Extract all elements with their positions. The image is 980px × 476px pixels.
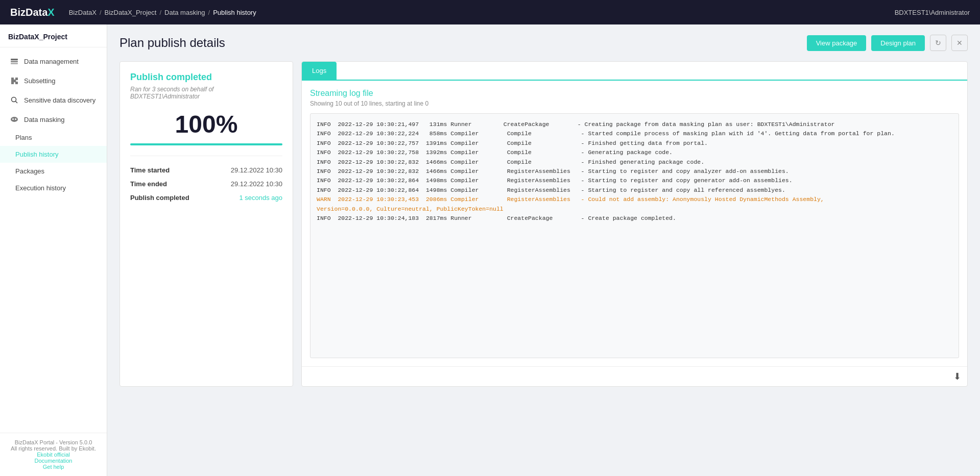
publish-completed-value: 1 seconds ago: [239, 194, 282, 202]
sidebar-item-sensitive-data[interactable]: Sensitive data discovery: [0, 90, 107, 110]
logs-panel-footer: ⬇: [302, 366, 967, 386]
design-plan-button[interactable]: Design plan: [871, 35, 925, 51]
user-info: BDXTEST1\Administrator: [895, 9, 970, 16]
download-icon: ⬇: [953, 371, 961, 382]
sidebar-item-packages[interactable]: Packages: [0, 163, 107, 180]
progress-bar-container: [130, 143, 282, 145]
nav-left: BizDataX BizDataX / BizDataX_Project / D…: [10, 7, 256, 18]
refresh-icon: ↻: [935, 39, 941, 47]
breadcrumb-sep-1: /: [100, 9, 102, 16]
publish-ran-for: Ran for 3 seconds on behalf of BDXTEST1\…: [130, 86, 282, 100]
tab-logs[interactable]: Logs: [302, 62, 337, 80]
panels-container: Publish completed Ran for 3 seconds on b…: [119, 61, 968, 387]
log-line: INFO 2022-12-29 10:30:22,832 1466ms Comp…: [317, 158, 952, 167]
progress-bar-fill: [130, 143, 282, 145]
svg-point-3: [12, 97, 16, 102]
sidebar: BizDataX_Project Data management: [0, 24, 107, 476]
sidebar-sub-item-label: Packages: [15, 167, 44, 175]
breadcrumb-sep-2: /: [159, 9, 161, 16]
breadcrumb-item-1[interactable]: BizDataX: [69, 9, 97, 16]
download-button[interactable]: ⬇: [953, 371, 961, 382]
svg-rect-0: [11, 59, 18, 60]
refresh-button[interactable]: ↻: [930, 35, 946, 51]
svg-line-4: [16, 102, 18, 104]
sidebar-rights: All rights reserved. Built by Ekobit.: [8, 445, 99, 452]
breadcrumb-current: Publish history: [213, 9, 256, 16]
publish-status-title: Publish completed: [130, 72, 282, 83]
time-ended-value: 29.12.2022 10:30: [231, 180, 282, 188]
logs-content: Streaming log file Showing 10 out of 10 …: [302, 81, 967, 366]
svg-point-6: [12, 118, 14, 120]
time-ended-row: Time ended 29.12.2022 10:30: [130, 177, 282, 191]
log-line: INFO 2022-12-29 10:30:22,832 1466ms Comp…: [317, 167, 952, 176]
breadcrumb: BizDataX / BizDataX_Project / Data maski…: [69, 9, 256, 16]
log-line: INFO 2022-12-29 10:30:22,224 858ms Compi…: [317, 129, 952, 138]
sidebar-item-data-masking[interactable]: Data masking: [0, 110, 107, 129]
time-ended-label: Time ended: [130, 180, 167, 188]
progress-number: 100%: [130, 110, 282, 138]
logs-title: Streaming log file: [310, 89, 959, 98]
sidebar-link-documentation[interactable]: Documentation: [8, 458, 99, 464]
sidebar-footer: BizDataX Portal - Version 5.0.0 All righ…: [0, 433, 107, 476]
breadcrumb-item-3[interactable]: Data masking: [164, 9, 205, 16]
svg-rect-2: [11, 63, 18, 64]
sidebar-item-label: Subsetting: [24, 77, 55, 85]
log-line: INFO 2022-12-29 10:30:21,497 131ms Runne…: [317, 120, 952, 129]
time-started-label: Time started: [130, 166, 170, 174]
svg-point-5: [11, 117, 18, 122]
logo-text: BizDataX: [10, 7, 55, 18]
mask-icon: [10, 115, 19, 124]
close-icon: ✕: [957, 39, 963, 47]
sidebar-item-label: Data masking: [24, 116, 64, 123]
sidebar-link-help[interactable]: Get help: [8, 464, 99, 470]
sidebar-item-label: Sensitive data discovery: [24, 96, 95, 104]
log-line: INFO 2022-12-29 10:30:22,864 1498ms Comp…: [317, 186, 952, 195]
log-line: INFO 2022-12-29 10:30:22,758 1392ms Comp…: [317, 148, 952, 157]
log-line: INFO 2022-12-29 10:30:24,183 2817ms Runn…: [317, 214, 952, 223]
sidebar-item-data-management[interactable]: Data management: [0, 52, 107, 71]
publish-completed-row: Publish completed 1 seconds ago: [130, 191, 282, 205]
sidebar-link-ekobit[interactable]: Ekobit official: [8, 452, 99, 458]
svg-rect-1: [11, 61, 18, 62]
svg-point-7: [15, 118, 16, 120]
sidebar-version: BizDataX Portal - Version 5.0.0: [8, 439, 99, 445]
publish-completed-label: Publish completed: [130, 194, 189, 202]
log-area[interactable]: INFO 2022-12-29 10:30:21,497 131ms Runne…: [310, 113, 959, 358]
sidebar-item-label: Data management: [24, 58, 79, 65]
sidebar-item-publish-history[interactable]: Publish history: [0, 146, 107, 163]
page-title: Plan publish details: [119, 36, 225, 50]
layers-icon: [10, 57, 19, 66]
log-line: WARN 2022-12-29 10:30:23,453 2086ms Comp…: [317, 195, 952, 214]
time-started-row: Time started 29.12.2022 10:30: [130, 163, 282, 177]
log-line: INFO 2022-12-29 10:30:22,757 1391ms Comp…: [317, 139, 952, 148]
top-navigation: BizDataX BizDataX / BizDataX_Project / D…: [0, 0, 980, 24]
breadcrumb-sep-3: /: [208, 9, 210, 16]
logs-subtitle: Showing 10 out of 10 lines, starting at …: [310, 100, 959, 107]
puzzle-icon: [10, 76, 19, 85]
sidebar-sub-item-label: Publish history: [15, 151, 59, 158]
breadcrumb-item-2[interactable]: BizDataX_Project: [105, 9, 157, 16]
page-header: Plan publish details View package Design…: [119, 35, 968, 51]
time-started-value: 29.12.2022 10:30: [231, 166, 282, 174]
header-actions: View package Design plan ↻ ✕: [807, 35, 968, 51]
logs-panel: Logs Streaming log file Showing 10 out o…: [301, 61, 968, 387]
sidebar-project: BizDataX_Project: [0, 24, 107, 47]
search-icon: [10, 95, 19, 105]
main-content: Plan publish details View package Design…: [107, 24, 980, 476]
publish-details: Time started 29.12.2022 10:30 Time ended…: [130, 156, 282, 205]
logo[interactable]: BizDataX: [10, 7, 55, 18]
sidebar-item-plans[interactable]: Plans: [0, 129, 107, 146]
sidebar-sub-item-label: Execution history: [15, 184, 66, 192]
sidebar-sub-item-label: Plans: [15, 134, 32, 141]
sidebar-item-subsetting[interactable]: Subsetting: [0, 71, 107, 90]
log-line: INFO 2022-12-29 10:30:22,864 1498ms Comp…: [317, 176, 952, 185]
main-layout: BizDataX_Project Data management: [0, 24, 980, 476]
logs-tabs: Logs: [302, 62, 967, 81]
sidebar-nav: Data management Subsetting Sensitiv: [0, 47, 107, 433]
view-package-button[interactable]: View package: [807, 35, 867, 51]
close-button[interactable]: ✕: [951, 35, 968, 51]
sidebar-item-execution-history[interactable]: Execution history: [0, 180, 107, 196]
publish-panel: Publish completed Ran for 3 seconds on b…: [119, 61, 293, 387]
